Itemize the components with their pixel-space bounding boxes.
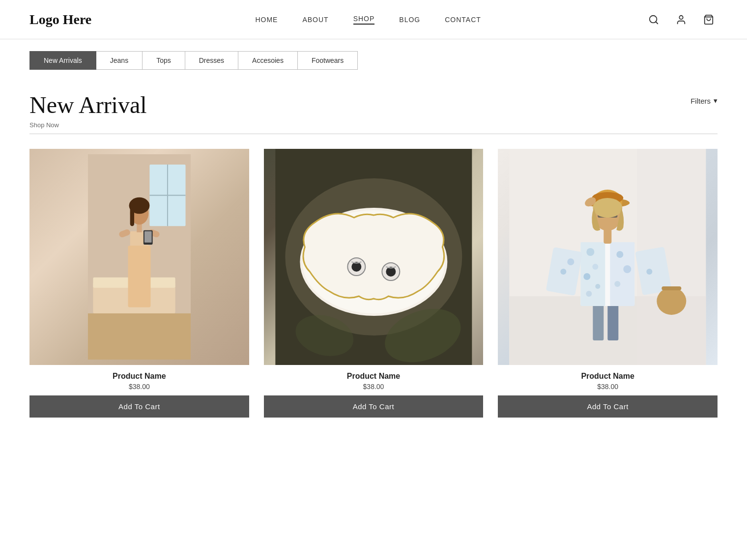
product-card: Product Name $38.00 Add To Cart: [29, 149, 249, 418]
product-card-3: Product Name $38.00 Add To Cart: [498, 149, 718, 418]
svg-point-41: [596, 284, 601, 289]
section-title: New Arrival: [29, 91, 147, 118]
svg-point-45: [624, 265, 632, 273]
search-icon: [648, 14, 659, 25]
product-card-2: Product Name $38.00 Add To Cart: [264, 149, 484, 418]
add-to-cart-3[interactable]: Add To Cart: [498, 395, 718, 418]
cart-icon: [703, 14, 714, 25]
svg-rect-53: [662, 286, 682, 290]
svg-rect-12: [128, 246, 150, 307]
svg-point-49: [568, 258, 575, 265]
logo: Logo Here: [29, 12, 91, 28]
category-tops[interactable]: Tops: [143, 51, 185, 70]
product-image-1: [29, 149, 249, 365]
nav-contact[interactable]: CONTACT: [445, 16, 481, 24]
nav-shop[interactable]: SHOP: [353, 15, 375, 25]
header: Logo Here HOME ABOUT SHOP BLOG CONTACT: [0, 0, 747, 39]
category-dresses[interactable]: Dresses: [185, 51, 238, 70]
category-jeans[interactable]: Jeans: [96, 51, 143, 70]
add-to-cart-2[interactable]: Add To Cart: [264, 395, 484, 418]
account-icon: [676, 14, 687, 25]
product-image-3: [498, 149, 718, 365]
nav: HOME ABOUT SHOP BLOG CONTACT: [255, 15, 481, 25]
svg-point-2: [679, 15, 683, 19]
filters-label: Filters: [690, 97, 711, 105]
product-price-2: $38.00: [363, 383, 384, 391]
shop-now-link[interactable]: Shop Now: [29, 121, 147, 129]
svg-rect-35: [608, 301, 619, 340]
chevron-down-icon: ▾: [714, 96, 718, 105]
svg-rect-20: [144, 231, 152, 243]
nav-home[interactable]: HOME: [255, 16, 278, 24]
svg-point-48: [561, 269, 567, 275]
product-name-1: Product Name: [113, 372, 166, 381]
product-price-3: $38.00: [597, 383, 618, 391]
add-to-cart-1[interactable]: Add To Cart: [29, 395, 249, 418]
section-header: New Arrival Shop Now Filters ▾: [29, 91, 718, 129]
svg-point-38: [587, 248, 595, 256]
svg-point-52: [657, 287, 687, 315]
section-divider: [29, 134, 718, 134]
svg-point-51: [647, 269, 653, 275]
header-icons: [645, 11, 718, 28]
product-figure-3: [498, 149, 718, 365]
svg-point-39: [593, 264, 599, 270]
search-button[interactable]: [645, 11, 662, 28]
svg-rect-34: [593, 301, 604, 340]
product-image-2: [264, 149, 484, 365]
account-button[interactable]: [672, 11, 690, 28]
section-title-area: New Arrival Shop Now: [29, 91, 147, 129]
nav-about[interactable]: ABOUT: [302, 16, 328, 24]
svg-point-40: [584, 273, 591, 280]
category-new-arrivals[interactable]: New Arrivals: [29, 51, 96, 70]
svg-rect-16: [130, 206, 134, 226]
cart-button[interactable]: [700, 11, 718, 28]
product-name-2: Product Name: [347, 372, 400, 381]
product-figure-1: [57, 154, 222, 360]
category-accessories[interactable]: Accesoies: [238, 51, 298, 70]
product-name-3: Product Name: [581, 372, 634, 381]
svg-point-46: [615, 281, 621, 287]
product-price-1: $38.00: [129, 383, 150, 391]
product-figure-2: [264, 149, 484, 365]
svg-point-44: [617, 251, 624, 258]
category-bar: New Arrivals Jeans Tops Dresses Accesoie…: [0, 39, 747, 82]
svg-rect-43: [610, 242, 635, 306]
nav-blog[interactable]: BLOG: [399, 16, 420, 24]
main-content: New Arrival Shop Now Filters ▾: [0, 82, 747, 437]
svg-point-62: [593, 198, 623, 218]
product-grid: Product Name $38.00 Add To Cart: [29, 149, 718, 418]
category-footwears[interactable]: Footwears: [298, 51, 358, 70]
svg-point-42: [586, 291, 592, 297]
svg-rect-7: [88, 313, 191, 360]
svg-line-1: [656, 22, 658, 24]
filters-button[interactable]: Filters ▾: [690, 96, 718, 105]
